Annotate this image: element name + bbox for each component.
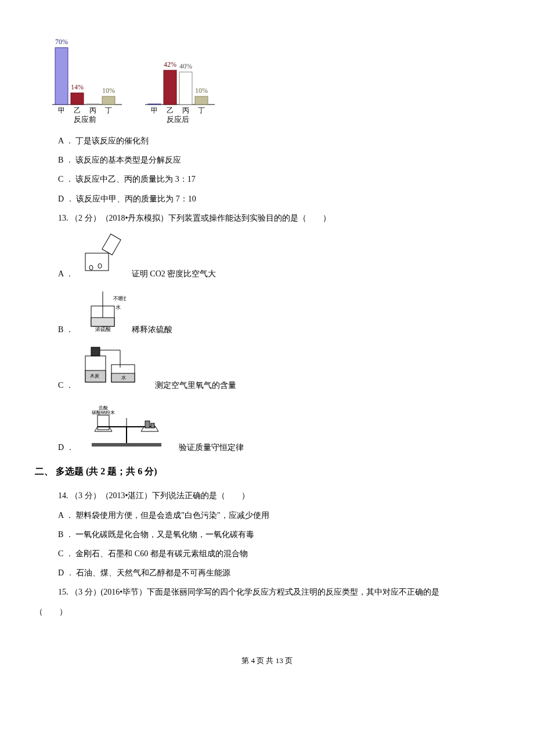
svg-rect-31	[91, 318, 114, 326]
q13-option-a: A ． 证明 CO2 密度比空气大	[58, 230, 499, 281]
apparatus-dilute-acid-icon: 不断搅拌 水 浓硫酸	[80, 286, 126, 337]
svg-point-28	[89, 265, 93, 270]
q12-option-b: B ． 该反应的基本类型是分解反应	[58, 153, 499, 167]
svg-text:水: 水	[116, 304, 121, 310]
q13-option-c: C ． 木炭 水 测定空气里氧气的含量	[58, 341, 499, 393]
svg-rect-46	[98, 415, 109, 430]
svg-text:反应前: 反应前	[74, 115, 96, 124]
q15-stem: 15. （3 分）(2016•毕节）下面是张丽同学写的四个化学反应方程式及注明的…	[58, 585, 499, 599]
svg-point-29	[98, 264, 102, 268]
svg-text:70%: 70%	[55, 38, 68, 46]
svg-rect-1	[55, 48, 68, 105]
apparatus-mass-conservation-icon: 盐酸 碳酸钠粉末	[80, 398, 173, 455]
svg-text:甲: 甲	[151, 106, 158, 114]
svg-text:浓硫酸: 浓硫酸	[95, 326, 110, 332]
q13-option-b: B ． 不断搅拌 水 浓硫酸 稀释浓硫酸	[58, 286, 499, 337]
option-prefix: C ．	[58, 549, 74, 558]
svg-rect-49	[145, 421, 150, 428]
q14-option-b: B ． 一氧化碳既是化合物，又是氧化物，一氧化碳有毒	[58, 527, 499, 542]
option-text: 该反应的基本类型是分解反应	[75, 156, 181, 164]
apparatus-oxygen-content-icon: 木炭 水	[80, 341, 149, 393]
option-text: 金刚石、石墨和 C60 都是有碳元素组成的混合物	[75, 549, 247, 558]
q14-option-c: C ． 金刚石、石墨和 C60 都是有碳元素组成的混合物	[58, 546, 499, 561]
option-prefix: D ．	[58, 195, 74, 203]
section-2-header: 二、 多选题 (共 2 题；共 6 分)	[35, 463, 499, 480]
option-text: 验证质量守恒定律	[179, 440, 244, 455]
svg-rect-26	[85, 253, 109, 271]
option-prefix: B ．	[58, 530, 74, 539]
svg-text:42%: 42%	[164, 60, 176, 69]
option-prefix: C ．	[58, 175, 74, 183]
svg-rect-15	[164, 70, 176, 105]
option-prefix: A ．	[58, 136, 74, 145]
option-prefix: C ．	[58, 378, 74, 393]
svg-rect-27	[102, 234, 121, 255]
svg-text:乙: 乙	[74, 106, 81, 114]
option-text: 稀释浓硫酸	[132, 322, 172, 337]
svg-rect-19	[195, 96, 208, 105]
option-text: 该反应中甲、丙的质量比为 7：10	[76, 195, 196, 203]
option-prefix: A ．	[58, 267, 74, 281]
svg-text:14%: 14%	[71, 83, 84, 91]
option-text: 测定空气里氧气的含量	[155, 378, 236, 393]
svg-text:碳酸钠粉末: 碳酸钠粉末	[91, 410, 115, 415]
svg-text:乙: 乙	[167, 106, 174, 114]
svg-text:10%: 10%	[102, 87, 115, 95]
svg-rect-5	[86, 104, 99, 105]
svg-text:丙: 丙	[182, 106, 189, 114]
svg-text:不断搅拌: 不断搅拌	[113, 296, 126, 301]
svg-text:丙: 丙	[89, 106, 96, 114]
q12-option-d: D ． 该反应中甲、丙的质量比为 7：10	[58, 192, 499, 206]
q14-option-d: D ． 石油、煤、天然气和乙醇都是不可再生能源	[58, 566, 499, 580]
option-text: 一氧化碳既是化合物，又是氧化物，一氧化碳有毒	[75, 530, 254, 539]
option-text: 证明 CO2 密度比空气大	[132, 267, 216, 281]
svg-text:木炭: 木炭	[90, 373, 99, 379]
option-text: 丁是该反应的催化剂	[75, 136, 149, 145]
svg-rect-38	[91, 347, 100, 356]
q13-option-d: D ． 盐酸 碳酸钠粉末 验证质量守恒定律	[58, 398, 499, 455]
svg-rect-14	[148, 104, 161, 105]
svg-text:10%: 10%	[195, 87, 208, 95]
svg-rect-17	[179, 72, 192, 105]
svg-rect-43	[92, 443, 161, 447]
option-text: 该反应中乙、丙的质量比为 3：17	[75, 175, 196, 183]
page-footer: 第 4 页 共 13 页	[35, 654, 499, 667]
svg-text:反应后: 反应后	[167, 115, 189, 124]
q14-option-a: A ． 塑料袋使用方便，但是会造成"白色污染"，应减少使用	[58, 508, 499, 523]
svg-text:甲: 甲	[58, 106, 65, 114]
q14-stem: 14. （3 分）（2013•湛江）下列说法正确的是（ ）	[58, 488, 499, 503]
svg-rect-3	[71, 93, 84, 105]
option-text: 塑料袋使用方便，但是会造成"白色污染"，应减少使用	[75, 511, 269, 520]
q12-option-a: A ． 丁是该反应的催化剂	[58, 134, 499, 148]
option-prefix: D ．	[58, 568, 74, 577]
apparatus-co2-density-icon	[80, 230, 126, 281]
option-prefix: D ．	[58, 440, 74, 455]
option-prefix: B ．	[58, 156, 74, 164]
svg-text:水: 水	[121, 375, 126, 380]
reaction-mass-chart: 70% 14% 10% 甲 乙 丙 丁 反应前 42% 40%	[46, 29, 499, 128]
option-prefix: B ．	[58, 322, 74, 337]
option-prefix: A ．	[58, 511, 74, 520]
svg-rect-6	[102, 96, 115, 105]
q15-stem-tail: （ ）	[35, 604, 499, 619]
svg-text:40%: 40%	[179, 62, 192, 70]
svg-text:丁: 丁	[105, 106, 112, 114]
svg-rect-50	[151, 423, 154, 428]
q12-option-c: C ． 该反应中乙、丙的质量比为 3：17	[58, 172, 499, 186]
q13-stem: 13. （2 分）（2018•丹东模拟）下列装置或操作能达到实验目的的是（ ）	[58, 211, 499, 225]
bar-chart-svg: 70% 14% 10% 甲 乙 丙 丁 反应前 42% 40%	[46, 29, 232, 128]
option-text: 石油、煤、天然气和乙醇都是不可再生能源	[76, 568, 230, 577]
svg-text:丁: 丁	[198, 106, 205, 114]
